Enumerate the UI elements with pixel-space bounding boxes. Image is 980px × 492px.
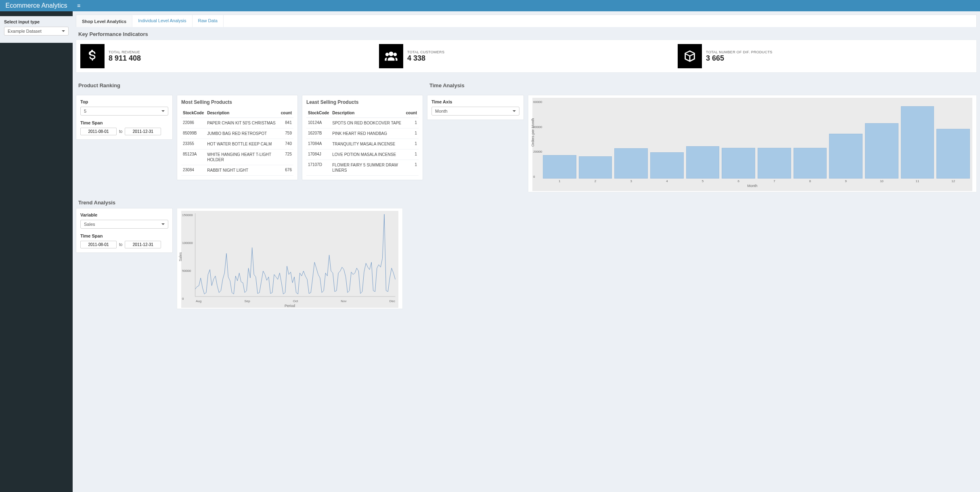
- cell-stockcode: 23084: [181, 165, 205, 176]
- cell-stockcode: 85099B: [181, 128, 205, 139]
- ranking-date-to[interactable]: [125, 128, 161, 135]
- cell-stockcode: 17107D: [306, 160, 331, 176]
- col-description: Description: [331, 108, 404, 118]
- table-row: 17084JLOVE POTION MASALA INCENSE1: [306, 149, 419, 160]
- trend-date-to[interactable]: [125, 241, 161, 248]
- tab-individual[interactable]: Individual Level Analysis: [132, 15, 192, 27]
- table-row: 23355HOT WATER BOTTLE KEEP CALM740: [181, 139, 293, 149]
- chevron-down-icon: [161, 110, 165, 114]
- cell-stockcode: 17084A: [306, 139, 331, 149]
- cell-stockcode: 22086: [181, 118, 205, 128]
- trend-variable-select[interactable]: Sales: [80, 220, 168, 229]
- table-row: 22086PAPER CHAIN KIT 50'S CHRISTMAS841: [181, 118, 293, 128]
- input-type-select[interactable]: Example Dataset: [4, 27, 69, 36]
- table-row: 10124ASPOTS ON RED BOOKCOVER TAPE1: [306, 118, 419, 128]
- box-icon: [678, 44, 702, 68]
- cell-stockcode: 85123A: [181, 149, 205, 165]
- bar: [722, 148, 755, 179]
- bar: [901, 106, 934, 179]
- sidebar-input-type-box: Select input type Example Dataset: [0, 16, 73, 43]
- time-axis-label: Time Axis: [431, 99, 519, 104]
- bar: [758, 148, 791, 179]
- ranking-controls: Top 5 Time Span to: [76, 95, 173, 140]
- chevron-down-icon: [513, 110, 516, 114]
- bar-xtick: 12: [936, 179, 970, 183]
- trend-date-from[interactable]: [80, 241, 117, 248]
- cell-description: PAPER CHAIN KIT 50'S CHRISTMAS: [205, 118, 279, 128]
- cell-count: 759: [279, 128, 293, 139]
- table-row: 85099BJUMBO BAG RED RETROSPOT759: [181, 128, 293, 139]
- input-type-selected: Example Dataset: [8, 29, 42, 34]
- kpi-customers: TOTAL CUSTOMERS 4 338: [379, 44, 674, 68]
- cell-description: SPOTS ON RED BOOKCOVER TAPE: [331, 118, 404, 128]
- bar-xtick: 7: [758, 179, 791, 183]
- cell-description: JUMBO BAG RED RETROSPOT: [205, 128, 279, 139]
- bar: [829, 134, 863, 179]
- bar-xtick: 11: [901, 179, 934, 183]
- top-select[interactable]: 5: [80, 107, 168, 116]
- bar-xtick: 2: [579, 179, 612, 183]
- input-type-label: Select input type: [4, 19, 69, 24]
- ranking-timespan-label: Time Span: [80, 120, 168, 125]
- date-separator: to: [119, 242, 122, 247]
- tab-shop-level[interactable]: Shop Level Analytics: [76, 15, 132, 27]
- kpi-customers-value: 4 338: [407, 54, 444, 63]
- least-selling-title: Least Selling Products: [306, 99, 419, 105]
- chevron-down-icon: [62, 30, 65, 34]
- kpi-panel: TOTAL REVENUE 8 911 408 TOTAL CUSTOMERS …: [76, 40, 977, 73]
- cell-description: WHITE HANGING HEART T-LIGHT HOLDER: [205, 149, 279, 165]
- tab-raw-data[interactable]: Raw Data: [193, 15, 224, 27]
- cell-count: 1: [404, 160, 419, 176]
- bar-xtick: 4: [650, 179, 684, 183]
- table-row: 17107DFLOWER FAIRY 5 SUMMER DRAW LINERS1: [306, 160, 419, 176]
- bar-xtick: 3: [614, 179, 648, 183]
- menu-toggle-icon[interactable]: ≡: [73, 2, 85, 9]
- trend-variable-selected: Sales: [84, 222, 95, 227]
- trend-analysis-title: Trend Analysis: [78, 200, 977, 206]
- most-selling-panel: Most Selling Products StockCode Descript…: [177, 95, 298, 180]
- bar: [794, 148, 827, 179]
- line-chart-ylabel: Sales: [178, 252, 182, 261]
- trend-controls: Variable Sales Time Span to: [76, 208, 173, 253]
- sidebar: Select input type Example Dataset: [0, 11, 73, 492]
- bar-xtick: 10: [865, 179, 898, 183]
- kpi-products: TOTAL NUMBER OF DIF. PRODUCTS 3 665: [678, 44, 972, 68]
- bar-chart-xlabel: Month: [532, 183, 972, 189]
- tabs-bar: Shop Level Analytics Individual Level An…: [76, 15, 977, 27]
- cell-stockcode: 16207B: [306, 128, 331, 139]
- top-selected: 5: [84, 109, 86, 114]
- bar-xtick: 1: [543, 179, 576, 183]
- cell-count: 1: [404, 128, 419, 139]
- table-row: 23084RABBIT NIGHT LIGHT676: [181, 165, 293, 176]
- col-stockcode: StockCode: [306, 108, 331, 118]
- ranking-date-from[interactable]: [80, 128, 117, 135]
- topbar: Ecommerce Analytics ≡: [0, 0, 980, 11]
- cell-stockcode: 17084J: [306, 149, 331, 160]
- kpi-revenue-label: TOTAL REVENUE: [109, 50, 141, 54]
- kpi-section-title: Key Performance Indicators: [78, 31, 977, 37]
- table-row: 85123AWHITE HANGING HEART T-LIGHT HOLDER…: [181, 149, 293, 165]
- cell-description: LOVE POTION MASALA INCENSE: [331, 149, 404, 160]
- bar: [543, 155, 576, 179]
- bar: [686, 146, 720, 179]
- cell-count: 1: [404, 139, 419, 149]
- table-row: 17084ATRANQUILITY MASALA INCENSE1: [306, 139, 419, 149]
- time-axis-selected: Month: [435, 109, 448, 114]
- most-selling-title: Most Selling Products: [181, 99, 293, 105]
- cell-count: 725: [279, 149, 293, 165]
- trend-timespan-label: Time Span: [80, 233, 168, 238]
- chevron-down-icon: [161, 223, 165, 227]
- least-selling-panel: Least Selling Products StockCode Descrip…: [302, 95, 423, 180]
- time-analysis-title: Time Analysis: [429, 82, 977, 88]
- brand: Ecommerce Analytics: [0, 0, 73, 11]
- time-axis-select[interactable]: Month: [431, 107, 519, 116]
- cell-stockcode: 10124A: [306, 118, 331, 128]
- col-description: Description: [205, 108, 279, 118]
- least-selling-table: StockCode Description count 10124ASPOTS …: [306, 108, 419, 176]
- trend-variable-label: Variable: [80, 212, 168, 217]
- kpi-products-label: TOTAL NUMBER OF DIF. PRODUCTS: [706, 50, 773, 54]
- cell-stockcode: 23355: [181, 139, 205, 149]
- bar: [936, 129, 970, 179]
- col-count: count: [279, 108, 293, 118]
- bar-xtick: 5: [686, 179, 720, 183]
